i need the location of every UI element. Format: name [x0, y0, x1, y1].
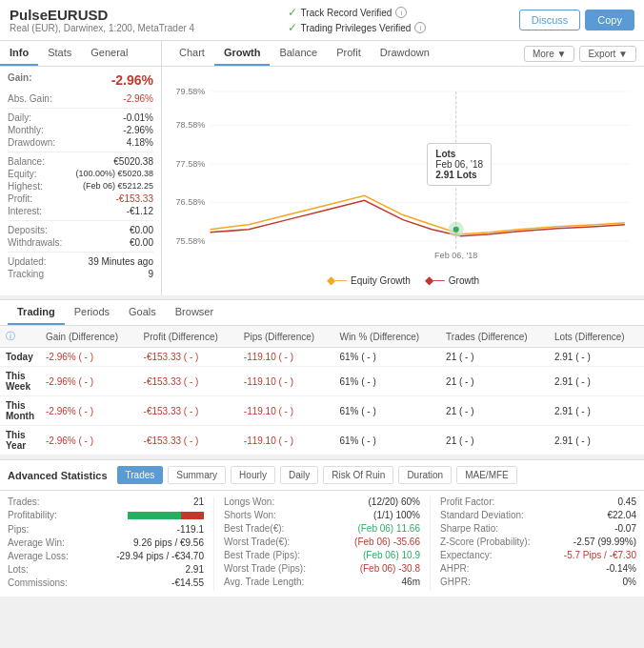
adv-worst-trade-eur-label: Worst Trade(€):	[224, 537, 290, 547]
adv-trades-row: Trades: 21	[8, 496, 204, 507]
period-week: This Week	[0, 367, 40, 396]
col-info: ⓘ	[0, 326, 40, 348]
adv-commissions-label: Commissions:	[8, 577, 68, 588]
adv-tab-risk[interactable]: Risk Of Ruin	[323, 466, 393, 484]
svg-text:75.58%: 75.58%	[176, 236, 206, 246]
adv-std-dev-value: €22.04	[607, 510, 636, 520]
adv-ahpr-label: AHPR:	[440, 563, 470, 574]
left-panel: Info Stats General Gain: -2.96% Abs. Gai…	[0, 41, 162, 295]
daily-label: Daily:	[8, 112, 31, 123]
adv-tab-duration[interactable]: Duration	[398, 466, 452, 484]
tab-trading[interactable]: Trading	[8, 300, 65, 325]
withdrawals-label: Withdrawals:	[8, 237, 62, 248]
tracking-label: Tracking	[8, 269, 44, 279]
info-icon-1[interactable]: i	[395, 7, 407, 18]
tab-growth[interactable]: Growth	[214, 41, 271, 66]
legend-equity: ◆— Equity Growth	[327, 273, 411, 287]
adv-zscore-row: Z-Score (Probability): -2.57 (99.99%)	[440, 537, 636, 547]
equity-label: Equity:	[8, 169, 37, 179]
adv-expectancy-row: Expectancy: -5.7 Pips / -€7.30	[440, 550, 636, 560]
trading-row-month: This Month -2.96% ( - ) -€153.33 ( - ) -…	[0, 396, 644, 426]
right-panel: Chart Growth Balance Profit Drawdown Mor…	[162, 41, 644, 295]
adv-tab-hourly[interactable]: Hourly	[231, 466, 275, 484]
adv-pips-value: -119.1	[177, 524, 204, 535]
tab-stats[interactable]: Stats	[38, 41, 81, 66]
trading-privileges-verify: ✓ Trading Privileges Verified i	[288, 21, 427, 34]
adv-lots-row: Lots: 2.91	[8, 564, 204, 575]
abs-gain-value: -2.96%	[123, 93, 153, 104]
gain-label: Gain:	[8, 72, 32, 88]
trading-row-today: Today -2.96% ( - ) -€153.33 ( - ) -119.1…	[0, 348, 644, 367]
tab-browser[interactable]: Browser	[166, 300, 223, 325]
adv-lots-value: 2.91	[186, 564, 204, 575]
tab-profit[interactable]: Profit	[327, 41, 371, 66]
adv-tab-mae[interactable]: MAE/MFE	[456, 466, 517, 484]
year-win: 61% ( - )	[333, 426, 440, 456]
tab-general[interactable]: General	[81, 41, 137, 66]
adv-profit-factor-label: Profit Factor:	[440, 496, 494, 507]
period-today: Today	[0, 348, 40, 367]
adv-avg-loss-value: -29.94 pips / -€34.70	[116, 551, 204, 561]
advanced-header: Advanced Statistics Trades Summary Hourl…	[0, 460, 644, 491]
chart-tabs: Chart Growth Balance Profit Drawdown Mor…	[162, 41, 644, 67]
adv-ghpr-row: GHPR: 0%	[440, 577, 636, 587]
balance-value: €5020.38	[113, 156, 153, 167]
adv-pips-label: Pips:	[8, 524, 29, 535]
adv-std-dev-label: Standard Deviation:	[440, 510, 524, 520]
drawdown-label: Drawdown:	[8, 137, 55, 148]
divider-1	[8, 108, 153, 109]
export-button[interactable]: Export ▼	[579, 46, 636, 62]
divider-4	[8, 252, 153, 253]
left-tabs: Info Stats General	[0, 41, 161, 67]
month-pips: -119.10 ( - )	[238, 396, 334, 426]
adv-best-trade-pips-row: Best Trade (Pips): (Feb 06) 10.9	[224, 550, 420, 560]
tab-periods[interactable]: Periods	[65, 300, 119, 325]
adv-col-3: Profit Factor: 0.45 Standard Deviation: …	[440, 496, 636, 591]
year-gain: -2.96% ( - )	[40, 426, 138, 456]
adv-avg-win-label: Average Win:	[8, 537, 65, 548]
page-header: PulseEURUSD Real (EUR), Darwinex, 1:200,…	[0, 0, 644, 41]
header-title-area: PulseEURUSD Real (EUR), Darwinex, 1:200,…	[10, 7, 194, 33]
growth-legend-icon: ◆—	[425, 273, 445, 287]
adv-zscore-value: -2.57 (99.99%)	[574, 537, 636, 547]
monthly-label: Monthly:	[8, 125, 44, 135]
advanced-content: Trades: 21 Profitability: Pips: -119.1 A…	[0, 491, 644, 597]
week-profit: -€153.33 ( - )	[138, 367, 238, 396]
more-button[interactable]: More ▼	[524, 46, 574, 62]
week-lots: 2.91 ( - )	[549, 367, 644, 396]
tab-drawdown[interactable]: Drawdown	[371, 41, 439, 66]
col-divider-2	[430, 496, 431, 591]
profit-bar-red	[181, 512, 204, 519]
equity-legend-label: Equity Growth	[351, 275, 411, 286]
adv-tab-summary[interactable]: Summary	[168, 466, 226, 484]
info-icon-2[interactable]: i	[414, 22, 426, 33]
highest-label: Highest:	[8, 181, 43, 192]
adv-ghpr-label: GHPR:	[440, 577, 471, 587]
adv-shorts-won-row: Shorts Won: (1/1) 100%	[224, 510, 420, 520]
adv-ghpr-value: 0%	[623, 577, 636, 587]
profit-value: -€153.33	[116, 193, 153, 204]
tab-chart[interactable]: Chart	[170, 41, 214, 66]
tab-goals[interactable]: Goals	[119, 300, 166, 325]
advanced-title: Advanced Statistics	[8, 470, 108, 481]
adv-tab-daily[interactable]: Daily	[280, 466, 318, 484]
tab-balance[interactable]: Balance	[270, 41, 327, 66]
discuss-button[interactable]: Discuss	[519, 10, 581, 30]
adv-best-trade-eur-value: (Feb 06) 11.66	[357, 523, 420, 534]
adv-profit-factor-row: Profit Factor: 0.45	[440, 496, 636, 507]
tab-info[interactable]: Info	[0, 41, 38, 66]
svg-text:76.58%: 76.58%	[176, 197, 206, 207]
adv-ahpr-row: AHPR: -0.14%	[440, 563, 636, 574]
col-divider-1	[213, 496, 214, 591]
check-icon-1: ✓	[288, 6, 297, 19]
interest-value: -€1.12	[127, 206, 153, 216]
daily-value: -0.01%	[123, 112, 153, 123]
adv-expectancy-label: Expectancy:	[440, 550, 492, 560]
col-pips: Pips (Difference)	[238, 326, 334, 348]
adv-tab-trades[interactable]: Trades	[117, 466, 164, 484]
copy-button[interactable]: Copy	[585, 10, 634, 30]
advanced-section: Advanced Statistics Trades Summary Hourl…	[0, 459, 644, 597]
left-data-content: Gain: -2.96% Abs. Gain: -2.96% Daily: -0…	[0, 67, 161, 287]
track-record-verify: ✓ Track Record Verified i	[288, 6, 427, 19]
trading-table: ⓘ Gain (Difference) Profit (Difference) …	[0, 326, 644, 456]
